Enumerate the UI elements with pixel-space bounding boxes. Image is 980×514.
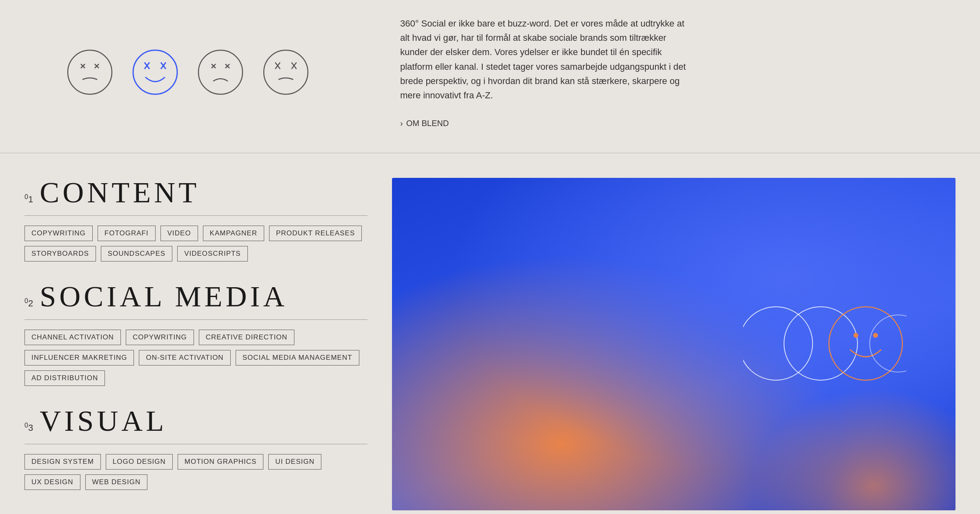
social-media-tags: CHANNEL ACTIVATION COPYWRITING CREATIVE … [24,330,368,386]
section-content: 01 CONTENT COPYWRITING FOTOGRAFI VIDEO K… [24,178,368,261]
section-visual-header: 03 VISUAL [24,406,368,436]
svg-point-24 [873,333,878,338]
content-divider [24,215,368,216]
section-visual: 03 VISUAL DESIGN SYSTEM LOGO DESIGN MOTI… [24,406,368,490]
svg-point-5 [133,50,177,94]
tag-influencer-marketing[interactable]: INFLUENCER MAKRETING [24,350,134,366]
tag-creative-direction[interactable]: CREATIVE DIRECTION [199,330,294,345]
tag-fotografi[interactable]: FOTOGRAFI [98,226,156,241]
top-section: 360° Social er ikke bare et buzz-word. D… [0,0,980,153]
face-icon-4 [261,48,310,97]
tag-motion-graphics[interactable]: MOTION GRAPHICS [178,454,264,470]
tag-videoscripts[interactable]: VIDEOSCRIPTS [177,246,248,261]
orange-glow [751,388,956,510]
tag-on-site-activation[interactable]: ON-SITE ACTIVATION [139,350,230,366]
main-section: 01 CONTENT COPYWRITING FOTOGRAFI VIDEO K… [0,153,980,510]
text-area: 360° Social er ikke bare et buzz-word. D… [351,12,956,128]
face-icon-3 [196,48,245,97]
svg-point-20 [743,307,813,380]
hero-graphic [392,178,956,510]
section-title-social-media: SOCIAL MEDIA [40,282,287,311]
left-content: 01 CONTENT COPYWRITING FOTOGRAFI VIDEO K… [24,178,392,510]
section-number-02: 02 [24,297,33,309]
section-social-media: 02 SOCIAL MEDIA CHANNEL ACTIVATION COPYW… [24,282,368,386]
tag-copywriting[interactable]: COPYWRITING [24,226,93,241]
svg-point-10 [198,50,243,94]
section-title-visual: VISUAL [40,406,167,436]
om-blend-link[interactable]: › OM BLEND [400,119,956,128]
svg-point-0 [68,50,112,94]
tag-channel-activation[interactable]: CHANNEL ACTIVATION [24,330,121,345]
svg-point-15 [264,50,308,94]
tag-ux-design[interactable]: UX DESIGN [24,474,80,490]
tag-soundscapes[interactable]: SOUNDSCAPES [101,246,172,261]
svg-point-23 [853,333,858,338]
smiley-graphic-area [743,292,906,396]
visual-divider [24,444,368,444]
tag-copywriting-sm[interactable]: COPYWRITING [126,330,194,345]
section-number-03: 03 [24,422,33,433]
social-media-divider [24,319,368,320]
description-text: 360° Social er ikke bare et buzz-word. D… [400,16,686,102]
tag-design-system[interactable]: DESIGN SYSTEM [24,454,101,470]
face-icon-2-active[interactable] [131,48,180,97]
tag-produkt-releases[interactable]: PRODUKT RELEASES [269,226,362,241]
section-number-01: 01 [24,193,33,205]
svg-point-25 [870,315,906,372]
svg-point-22 [829,307,902,380]
face-icon-1 [65,48,114,97]
faces-area [24,12,351,128]
visual-tags: DESIGN SYSTEM LOGO DESIGN MOTION GRAPHIC… [24,454,368,490]
section-title-content: CONTENT [40,178,200,207]
tag-ad-distribution[interactable]: AD DISTRIBUTION [24,370,105,386]
om-blend-label: OM BLEND [406,119,449,128]
section-social-media-header: 02 SOCIAL MEDIA [24,282,368,311]
tag-social-media-management[interactable]: SOCIAL MEDIA MANAGEMENT [236,350,359,366]
tag-web-design[interactable]: WEB DESIGN [85,474,148,490]
tag-ui-design[interactable]: UI DESIGN [268,454,321,470]
tag-kampagner[interactable]: KAMPAGNER [203,226,264,241]
section-content-header: 01 CONTENT [24,178,368,207]
tag-video[interactable]: VIDEO [160,226,198,241]
chevron-icon: › [400,119,403,128]
smiley-circles-svg [743,292,906,394]
content-tags: COPYWRITING FOTOGRAFI VIDEO KAMPAGNER PR… [24,226,368,261]
svg-point-21 [784,307,858,380]
tag-storyboards[interactable]: STORYBOARDS [24,246,96,261]
tag-logo-design[interactable]: LOGO DESIGN [106,454,173,470]
